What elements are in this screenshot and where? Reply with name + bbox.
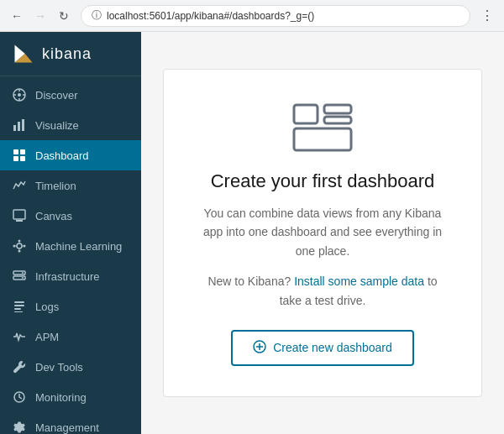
svg-rect-29: [14, 305, 24, 306]
bar-chart-icon: [12, 118, 27, 133]
install-sample-data-link[interactable]: Install some sample data: [294, 275, 424, 288]
svg-rect-30: [14, 308, 21, 310]
ml-icon: [12, 238, 27, 254]
sidebar-logo: kibana: [0, 32, 141, 76]
infrastructure-icon: [12, 269, 27, 284]
svg-rect-34: [324, 105, 351, 113]
empty-dashboard-icon: [292, 103, 353, 154]
kibana-logo-text: kibana: [42, 45, 92, 63]
canvas-icon: [12, 208, 27, 223]
compass-icon: [12, 87, 27, 102]
sidebar-item-label-dashboard: Dashboard: [35, 149, 89, 162]
sidebar-item-timelion[interactable]: Timelion: [0, 170, 141, 201]
forward-button[interactable]: →: [30, 6, 50, 26]
sidebar-item-label-visualize: Visualize: [35, 119, 79, 132]
svg-rect-36: [294, 128, 351, 150]
monitoring-icon: [12, 390, 27, 405]
svg-rect-6: [13, 125, 16, 131]
svg-point-18: [13, 245, 16, 248]
sidebar: kibana Discover: [0, 32, 141, 434]
sidebar-item-apm[interactable]: APM: [0, 322, 141, 352]
sidebar-item-label-infrastructure: Infrastructure: [35, 270, 100, 283]
timelion-icon: [12, 178, 27, 193]
sidebar-item-label-canvas: Canvas: [35, 210, 72, 222]
dashboard-icon: [12, 148, 27, 163]
svg-rect-14: [16, 220, 23, 222]
svg-rect-7: [18, 122, 20, 131]
sidebar-item-dashboard[interactable]: Dashboard: [0, 140, 141, 170]
sidebar-item-logs[interactable]: Logs: [0, 291, 141, 322]
svg-rect-8: [22, 119, 24, 131]
sidebar-item-label-logs: Logs: [35, 301, 59, 313]
svg-point-17: [18, 250, 21, 253]
lock-icon: ⓘ: [92, 8, 102, 23]
sidebar-nav: Discover Visualize: [0, 80, 141, 434]
browser-chrome: ← → ↻ ⓘ localhost:5601/app/kibana#/dashb…: [0, 0, 504, 32]
empty-state-icon-wrapper: [197, 103, 448, 154]
empty-state-panel: Create your first dashboard You can comb…: [163, 69, 482, 397]
svg-rect-35: [324, 117, 351, 123]
url-text: localhost:5601/app/kibana#/dashboards?_g…: [107, 10, 314, 22]
svg-rect-33: [294, 105, 318, 123]
app-container: kibana Discover: [0, 32, 504, 434]
create-button-label: Create new dashboard: [273, 341, 392, 354]
svg-point-27: [22, 277, 24, 279]
main-content: Create your first dashboard You can comb…: [141, 32, 504, 434]
svg-rect-12: [20, 156, 25, 161]
svg-rect-9: [13, 149, 18, 154]
sidebar-item-machine-learning[interactable]: Machine Learning: [0, 231, 141, 261]
sidebar-item-label-management: Management: [35, 421, 99, 434]
address-bar[interactable]: ⓘ localhost:5601/app/kibana#/dashboards?…: [81, 5, 470, 27]
sidebar-item-label-timelion: Timelion: [35, 180, 76, 192]
note-prefix: New to Kibana?: [207, 275, 291, 288]
logs-icon: [12, 299, 27, 314]
browser-nav-buttons: ← → ↻: [7, 6, 74, 26]
sidebar-item-canvas[interactable]: Canvas: [0, 201, 141, 231]
svg-point-19: [24, 245, 26, 248]
sidebar-item-infrastructure[interactable]: Infrastructure: [0, 261, 141, 291]
sidebar-item-discover[interactable]: Discover: [0, 80, 141, 110]
sidebar-item-visualize[interactable]: Visualize: [0, 110, 141, 140]
back-button[interactable]: ←: [7, 6, 27, 26]
svg-rect-31: [14, 311, 23, 312]
sidebar-item-dev-tools[interactable]: Dev Tools: [0, 352, 141, 382]
sidebar-item-monitoring[interactable]: Monitoring: [0, 382, 141, 412]
kibana-logo-icon: [12, 42, 35, 65]
empty-state-title: Create your first dashboard: [197, 170, 448, 192]
svg-point-15: [17, 243, 22, 248]
sidebar-item-label-ml: Machine Learning: [35, 240, 122, 253]
sidebar-item-label-apm: APM: [35, 331, 59, 343]
svg-rect-11: [13, 156, 18, 161]
browser-menu-button[interactable]: ⋮: [477, 6, 497, 26]
empty-state-note: New to Kibana? Install some sample data …: [197, 272, 448, 310]
gear-icon: [12, 420, 27, 434]
create-dashboard-button[interactable]: Create new dashboard: [231, 330, 414, 366]
reload-button[interactable]: ↻: [54, 6, 74, 26]
plus-circle-icon: [253, 340, 266, 356]
svg-point-26: [22, 272, 24, 274]
svg-rect-28: [14, 301, 24, 303]
sidebar-item-label-monitoring: Monitoring: [35, 391, 87, 404]
empty-state-description: You can combine data views from any Kiba…: [197, 204, 448, 260]
sidebar-item-management[interactable]: Management: [0, 412, 141, 434]
apm-icon: [12, 329, 27, 344]
svg-rect-10: [20, 149, 25, 154]
svg-rect-13: [13, 210, 25, 219]
wrench-icon: [12, 359, 27, 374]
sidebar-item-label-dev-tools: Dev Tools: [35, 361, 83, 374]
svg-point-1: [18, 93, 21, 97]
svg-point-16: [18, 240, 21, 243]
sidebar-item-label-discover: Discover: [35, 89, 78, 102]
